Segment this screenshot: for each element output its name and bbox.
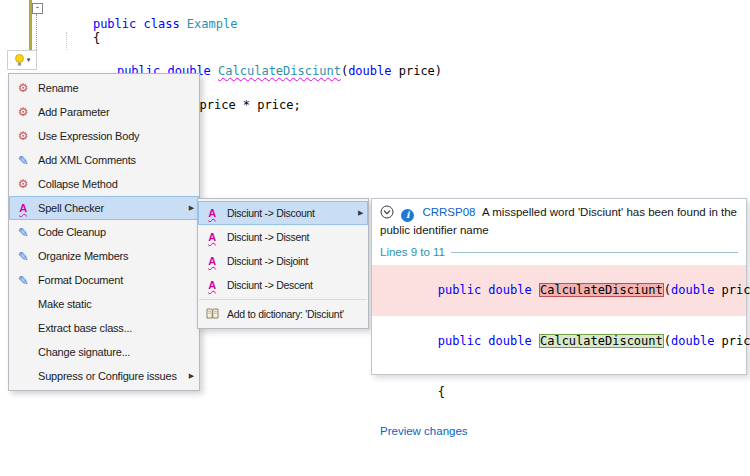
misspelled-method-name-token: CalculateDisciunt: [218, 64, 341, 78]
submenu-item-disjoint[interactable]: A Disciunt -> Disjoint: [198, 249, 368, 273]
menu-item-label: Change signature...: [38, 346, 194, 358]
menu-item-collapse-method[interactable]: ⚙ Collapse Method: [9, 172, 199, 196]
new-identifier-token: CalculateDiscount: [539, 334, 664, 348]
submenu-arrow-icon: ▶: [189, 204, 194, 212]
menu-item-label: Disciunt -> Disjoint: [227, 255, 363, 267]
issue-preview-popup: i CRRSP08 A misspelled word 'Disciunt' h…: [371, 198, 747, 375]
lines-range-rule: [451, 252, 738, 253]
submenu-item-dissent[interactable]: A Disciunt -> Dissent: [198, 225, 368, 249]
lightbulb-icon: [14, 54, 25, 67]
spell-checker-submenu: A Disciunt -> Discount ▶ A Disciunt -> D…: [197, 198, 369, 329]
menu-item-label: Add Parameter: [38, 106, 194, 118]
issue-header: i CRRSP08 A misspelled word 'Disciunt' h…: [372, 199, 746, 240]
pencil-icon: ✎: [13, 226, 33, 239]
menu-item-label: Make static: [38, 298, 194, 310]
menu-item-code-cleanup[interactable]: ✎ Code Cleanup: [9, 220, 199, 244]
diff-line-brace: {: [372, 367, 746, 418]
submenu-arrow-icon: ▶: [358, 209, 363, 217]
menu-item-rename[interactable]: ⚙ Rename: [9, 76, 199, 100]
spell-checker-icon: A: [202, 208, 222, 219]
param-token: price): [714, 334, 750, 348]
keyword-token: double: [671, 334, 714, 348]
diff-line-added: public double CalculateDiscount(double p…: [372, 316, 746, 367]
menu-item-label: Rename: [38, 82, 194, 94]
param-token: price): [714, 283, 750, 297]
collapse-chevron-icon[interactable]: [380, 205, 394, 223]
pencil-icon: ✎: [13, 154, 33, 167]
spell-checker-icon: A: [202, 232, 222, 243]
paren-token: (: [664, 334, 671, 348]
lines-range-label: Lines 9 to 11: [380, 246, 445, 258]
spell-checker-icon: A: [13, 203, 33, 214]
chevron-down-icon[interactable]: ▾: [27, 56, 31, 64]
refactor-gear-icon: ⚙: [13, 130, 33, 142]
preview-changes-link[interactable]: Preview changes: [372, 418, 746, 444]
submenu-item-add-to-dictionary[interactable]: Add to dictionary: 'Disciunt': [198, 302, 368, 326]
menu-item-suppress-or-configure[interactable]: Suppress or Configure issues ▶: [9, 364, 199, 388]
spell-checker-icon: A: [202, 280, 222, 291]
fold-collapse-icon[interactable]: -: [32, 3, 43, 14]
refactor-gear-icon: ⚙: [13, 106, 33, 118]
menu-item-add-xml-comments[interactable]: ✎ Add XML Comments: [9, 148, 199, 172]
expression-token: price * price;: [199, 98, 300, 112]
param-token: price): [391, 64, 442, 78]
paren-token: (: [664, 283, 671, 297]
pencil-icon: ✎: [13, 274, 33, 287]
keyword-token: double: [671, 283, 714, 297]
diff-line-removed: public double CalculateDisciunt(double p…: [372, 265, 746, 316]
menu-item-label: Disciunt -> Discount: [227, 207, 354, 219]
menu-item-label: Collapse Method: [38, 178, 194, 190]
menu-item-add-parameter[interactable]: ⚙ Add Parameter: [9, 100, 199, 124]
menu-item-label: Organize Members: [38, 250, 194, 262]
class-name-token: Example: [187, 17, 238, 31]
keyword-token: public double: [438, 334, 539, 348]
keyword-token: public class: [93, 17, 187, 31]
menu-item-label: Disciunt -> Descent: [227, 279, 363, 291]
ide-quick-actions-screenshot: - public class Example { public double C…: [0, 0, 750, 476]
info-icon: i: [401, 209, 414, 222]
menu-item-change-signature[interactable]: Change signature...: [9, 340, 199, 364]
menu-item-label: Spell Checker: [38, 202, 185, 214]
fold-guide-line: [36, 14, 37, 50]
menu-item-label: Add to dictionary: 'Disciunt': [227, 308, 363, 320]
menu-item-label: Code Cleanup: [38, 226, 194, 238]
menu-item-make-static[interactable]: Make static: [9, 292, 199, 316]
submenu-item-descent[interactable]: A Disciunt -> Descent: [198, 273, 368, 297]
menu-item-label: Disciunt -> Dissent: [227, 231, 363, 243]
quick-actions-lightbulb-button[interactable]: ▾: [7, 50, 37, 70]
menu-item-label: Add XML Comments: [38, 154, 194, 166]
brace-token: {: [438, 385, 445, 399]
keyword-token: double: [348, 64, 391, 78]
dictionary-book-icon: [202, 308, 222, 321]
menu-item-label: Use Expression Body: [38, 130, 194, 142]
menu-separator: [199, 299, 367, 300]
refactor-gear-icon: ⚙: [13, 178, 33, 190]
keyword-token: public double: [438, 283, 539, 297]
refactor-gear-icon: ⚙: [13, 82, 33, 94]
brace-token: {: [93, 31, 100, 45]
menu-item-organize-members[interactable]: ✎ Organize Members: [9, 244, 199, 268]
lines-range-header: Lines 9 to 11: [372, 240, 746, 260]
pencil-icon: ✎: [13, 250, 33, 263]
menu-item-extract-base-class[interactable]: Extract base class...: [9, 316, 199, 340]
menu-item-label: Suppress or Configure issues: [38, 370, 185, 382]
menu-item-format-document[interactable]: ✎ Format Document: [9, 268, 199, 292]
quick-actions-menu: ⚙ Rename ⚙ Add Parameter ⚙ Use Expressio…: [8, 73, 200, 391]
menu-item-use-expression-body[interactable]: ⚙ Use Expression Body: [9, 124, 199, 148]
menu-item-spell-checker[interactable]: A Spell Checker ▶: [9, 196, 199, 220]
diff-preview: public double CalculateDisciunt(double p…: [372, 260, 746, 418]
issue-code: CRRSP08: [422, 206, 475, 218]
submenu-arrow-icon: ▶: [189, 372, 194, 380]
menu-item-label: Extract base class...: [38, 322, 194, 334]
spell-checker-icon: A: [202, 256, 222, 267]
submenu-item-discount[interactable]: A Disciunt -> Discount ▶: [198, 201, 368, 225]
old-identifier-token: CalculateDisciunt: [539, 283, 664, 297]
menu-item-label: Format Document: [38, 274, 194, 286]
